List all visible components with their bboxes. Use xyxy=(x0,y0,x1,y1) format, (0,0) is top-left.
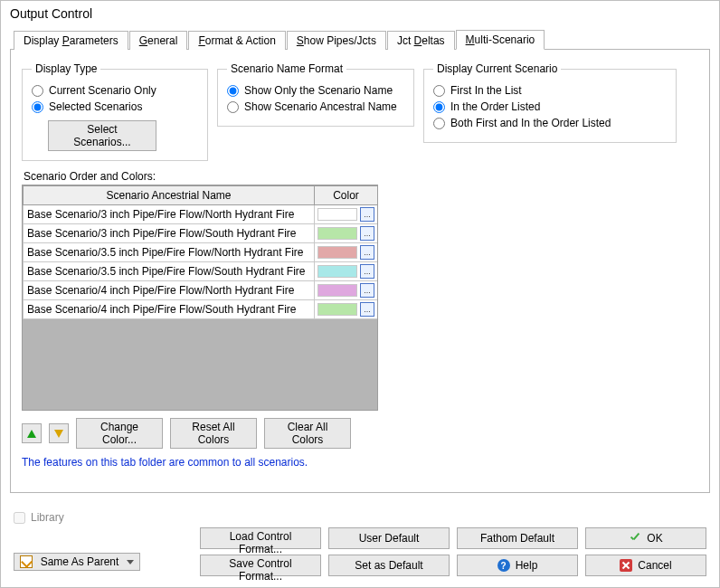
color-swatch xyxy=(317,246,357,259)
radio-in-order-listed-input[interactable] xyxy=(433,101,445,113)
common-note: The features on this tab folder are comm… xyxy=(22,456,698,469)
color-picker-button[interactable]: ... xyxy=(360,283,374,298)
arrow-up-icon xyxy=(27,430,36,438)
color-picker-button[interactable]: ... xyxy=(360,245,374,260)
group-display-type: Display Type Current Scenario Only Selec… xyxy=(22,62,208,161)
cancel-button-label: Cancel xyxy=(638,559,671,572)
radio-show-only-name[interactable]: Show Only the Scenario Name xyxy=(227,84,404,97)
color-swatch xyxy=(317,208,357,221)
library-checkbox xyxy=(14,512,25,524)
user-default-button[interactable]: User Default xyxy=(328,527,450,549)
scenario-name-cell[interactable]: Base Scenario/3 inch Pipe/Fire Flow/Nort… xyxy=(24,205,315,224)
radio-first-in-list[interactable]: First In the List xyxy=(433,84,667,97)
arrow-down-icon xyxy=(54,430,63,438)
tab-2[interactable]: Format & Action xyxy=(188,31,285,50)
radio-both-first-and-order[interactable]: Both First and In the Order Listed xyxy=(433,117,667,129)
group-display-type-legend: Display Type xyxy=(32,62,100,75)
tab-1[interactable]: General xyxy=(129,31,188,50)
scenario-name-cell[interactable]: Base Scenario/3.5 inch Pipe/Fire Flow/So… xyxy=(24,262,315,281)
scenario-color-cell[interactable]: ... xyxy=(315,281,378,300)
scenario-color-cell[interactable]: ... xyxy=(315,224,378,243)
table-row[interactable]: Base Scenario/3.5 inch Pipe/Fire Flow/No… xyxy=(24,243,378,262)
radio-show-only-name-label: Show Only the Scenario Name xyxy=(244,84,393,97)
table-row[interactable]: Base Scenario/3.5 inch Pipe/Fire Flow/So… xyxy=(24,262,378,281)
tab-bar: Display ParametersGeneralFormat & Action… xyxy=(10,28,710,50)
radio-show-ancestral-name[interactable]: Show Scenario Ancestral Name xyxy=(227,100,404,113)
scenario-color-cell[interactable]: ... xyxy=(315,205,378,224)
select-scenarios-button[interactable]: Select Scenarios... xyxy=(48,120,156,151)
color-swatch xyxy=(317,284,357,297)
tab-4[interactable]: Jct Deltas xyxy=(387,31,455,50)
radio-first-in-list-label: First In the List xyxy=(450,84,522,97)
fathom-default-button[interactable]: Fathom Default xyxy=(457,527,578,549)
check-icon xyxy=(629,532,641,545)
radio-in-order-listed[interactable]: In the Order Listed xyxy=(433,100,667,113)
load-control-format-button[interactable]: Load Control Format... xyxy=(200,527,321,549)
color-swatch xyxy=(317,265,357,278)
color-picker-button[interactable]: ... xyxy=(360,226,374,241)
radio-current-scenario-only-label: Current Scenario Only xyxy=(49,84,156,97)
scenario-color-cell[interactable]: ... xyxy=(315,262,378,281)
same-as-parent-combo[interactable]: Same As Parent xyxy=(14,553,140,571)
scenario-grid[interactable]: Scenario Ancestrial Name Color Base Scen… xyxy=(22,185,378,411)
radio-in-order-listed-label: In the Order Listed xyxy=(450,100,540,113)
radio-show-ancestral-name-input[interactable] xyxy=(227,101,239,113)
cancel-button[interactable]: Cancel xyxy=(585,555,706,576)
footer: Library Same As Parent Load Control Form… xyxy=(1,504,719,587)
reset-all-colors-button[interactable]: Reset All Colors xyxy=(170,418,257,449)
scenario-name-cell[interactable]: Base Scenario/4 inch Pipe/Fire Flow/Sout… xyxy=(24,300,315,319)
multi-scenario-panel: Display Type Current Scenario Only Selec… xyxy=(10,50,710,493)
group-name-format: Scenario Name Format Show Only the Scena… xyxy=(217,62,414,127)
scenario-name-cell[interactable]: Base Scenario/4 inch Pipe/Fire Flow/Nort… xyxy=(24,281,315,300)
color-picker-button[interactable]: ... xyxy=(360,207,374,222)
clear-all-colors-button[interactable]: Clear All Colors xyxy=(264,418,351,449)
table-row[interactable]: Base Scenario/4 inch Pipe/Fire Flow/Sout… xyxy=(24,300,378,319)
ok-button[interactable]: OK xyxy=(585,527,706,549)
radio-current-scenario-only-input[interactable] xyxy=(32,85,43,97)
scenario-name-cell[interactable]: Base Scenario/3.5 inch Pipe/Fire Flow/No… xyxy=(24,243,315,262)
color-picker-button[interactable]: ... xyxy=(360,302,374,317)
save-control-format-button[interactable]: Save Control Format... xyxy=(200,555,321,576)
tab-0[interactable]: Display Parameters xyxy=(14,31,128,50)
move-down-button[interactable] xyxy=(49,423,69,443)
help-icon: ? xyxy=(497,559,510,572)
scenario-color-cell[interactable]: ... xyxy=(315,243,378,262)
output-control-window: Output Control Display ParametersGeneral… xyxy=(0,0,720,588)
radio-both-first-and-order-label: Both First and In the Order Listed xyxy=(450,117,611,129)
window-title: Output Control xyxy=(1,1,719,28)
close-icon xyxy=(620,559,632,572)
color-picker-button[interactable]: ... xyxy=(360,264,374,279)
ok-button-label: OK xyxy=(647,532,662,545)
chevron-down-icon xyxy=(127,560,134,564)
col-header-color[interactable]: Color xyxy=(315,186,378,205)
tab-5[interactable]: Multi-Scenario xyxy=(456,30,545,50)
radio-show-only-name-input[interactable] xyxy=(227,85,239,97)
table-row[interactable]: Base Scenario/4 inch Pipe/Fire Flow/Nort… xyxy=(24,281,378,300)
scenario-color-cell[interactable]: ... xyxy=(315,300,378,319)
edit-icon xyxy=(20,555,33,568)
tab-3[interactable]: Show Pipes/Jcts xyxy=(287,31,386,50)
radio-selected-scenarios[interactable]: Selected Scenarios xyxy=(32,100,198,113)
color-swatch xyxy=(317,227,357,240)
change-color-button[interactable]: Change Color... xyxy=(76,418,163,449)
col-header-name[interactable]: Scenario Ancestrial Name xyxy=(24,186,315,205)
scenario-name-cell[interactable]: Base Scenario/3 inch Pipe/Fire Flow/Sout… xyxy=(24,224,315,243)
color-swatch xyxy=(317,303,357,316)
table-row[interactable]: Base Scenario/3 inch Pipe/Fire Flow/Nort… xyxy=(24,205,378,224)
scenario-order-label: Scenario Order and Colors: xyxy=(24,170,698,183)
group-current-scenario: Display Current Scenario First In the Li… xyxy=(423,62,677,143)
table-row[interactable]: Base Scenario/3 inch Pipe/Fire Flow/Sout… xyxy=(24,224,378,243)
radio-selected-scenarios-input[interactable] xyxy=(32,101,43,113)
help-button[interactable]: ? Help xyxy=(457,555,578,576)
radio-first-in-list-input[interactable] xyxy=(433,85,445,97)
radio-selected-scenarios-label: Selected Scenarios xyxy=(49,100,142,113)
radio-show-ancestral-name-label: Show Scenario Ancestral Name xyxy=(244,100,397,113)
same-as-parent-label: Same As Parent xyxy=(41,555,119,568)
set-as-default-button[interactable]: Set as Default xyxy=(328,555,450,576)
move-up-button[interactable] xyxy=(22,423,42,443)
group-name-format-legend: Scenario Name Format xyxy=(227,62,346,75)
radio-both-first-and-order-input[interactable] xyxy=(433,118,445,129)
library-label: Library xyxy=(31,511,64,524)
group-current-scenario-legend: Display Current Scenario xyxy=(433,62,561,75)
radio-current-scenario-only[interactable]: Current Scenario Only xyxy=(32,84,198,97)
